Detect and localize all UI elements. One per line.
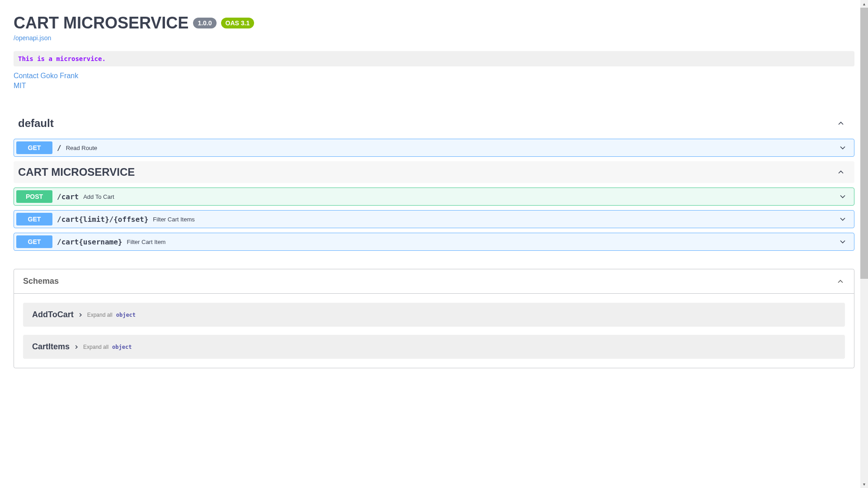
operation-get-filter-cart-items[interactable]: GET /cart{limit}/{offset} Filter Cart It… (14, 210, 854, 228)
tag-header-default[interactable]: default (14, 113, 854, 134)
operation-summary: Filter Cart Items (153, 216, 194, 223)
operation-get-read-route[interactable]: GET / Read Route (14, 139, 854, 157)
operation-left: POST /cart Add To Cart (16, 190, 114, 203)
operations-container: default GET / Read Route CART MICROSERVI… (14, 113, 854, 251)
vertical-scrollbar[interactable]: ▴ ▾ (860, 0, 868, 382)
method-badge: GET (16, 235, 52, 248)
method-badge: GET (16, 141, 52, 154)
chevron-right-icon (73, 344, 80, 350)
chevron-down-icon (838, 237, 847, 246)
schemas-body: AddToCart Expand all object CartItems Ex… (14, 293, 854, 368)
schema-addtocart[interactable]: AddToCart Expand all object (23, 303, 845, 327)
chevron-up-icon (836, 168, 845, 177)
chevron-right-icon (77, 312, 84, 318)
operation-path: /cart{limit}/{offset} (57, 215, 148, 224)
operation-summary: Filter Cart Item (127, 239, 166, 245)
operation-summary: Add To Cart (83, 193, 114, 200)
chevron-up-icon (836, 277, 845, 286)
spec-url-link[interactable]: /openapi.json (14, 34, 51, 42)
schemas-section: Schemas AddToCart Expand all object Cart… (14, 269, 854, 368)
chevron-down-icon (838, 143, 847, 152)
oas-badge: OAS 3.1 (221, 18, 255, 28)
tag-name: default (18, 117, 54, 130)
api-description: This is a microservice. (14, 51, 854, 66)
schema-type: object (116, 312, 136, 318)
operation-left: GET / Read Route (16, 141, 97, 154)
schemas-title: Schemas (23, 277, 59, 286)
tag-header-cart-microservice[interactable]: CART MICROSERVICE (14, 161, 854, 183)
operation-path: /cart (57, 192, 79, 201)
schema-cartitems[interactable]: CartItems Expand all object (23, 335, 845, 359)
expand-all-button[interactable]: Expand all (87, 312, 113, 318)
chevron-down-icon (838, 215, 847, 224)
contact-link[interactable]: Contact Goko Frank (14, 72, 854, 80)
schemas-header[interactable]: Schemas (14, 269, 854, 293)
method-badge: GET (16, 213, 52, 225)
tag-name: CART MICROSERVICE (18, 166, 135, 178)
operation-left: GET /cart{username} Filter Cart Item (16, 235, 165, 248)
method-badge: POST (16, 190, 52, 203)
description-text: This is a microservice. (18, 55, 106, 62)
schema-type: object (112, 344, 132, 350)
chevron-down-icon (838, 192, 847, 201)
expand-all-button[interactable]: Expand all (83, 344, 108, 350)
schema-name: CartItems (32, 342, 70, 352)
api-header: CART MICROSERVICE 1.0.0 OAS 3.1 /openapi… (14, 14, 854, 42)
version-badge: 1.0.0 (193, 18, 216, 28)
schema-name: AddToCart (32, 310, 74, 319)
operation-path: /cart{username} (57, 238, 123, 246)
operation-left: GET /cart{limit}/{offset} Filter Cart It… (16, 213, 195, 225)
operation-summary: Read Route (66, 145, 97, 151)
operation-get-filter-cart-item[interactable]: GET /cart{username} Filter Cart Item (14, 233, 854, 251)
title-row: CART MICROSERVICE 1.0.0 OAS 3.1 (14, 14, 854, 33)
scrollbar-thumb[interactable] (860, 8, 868, 279)
license-link[interactable]: MIT (14, 82, 854, 90)
operation-path: / (57, 144, 61, 152)
chevron-up-icon (836, 119, 845, 128)
scrollbar-up-arrow-icon[interactable]: ▴ (860, 0, 868, 8)
operation-post-add-to-cart[interactable]: POST /cart Add To Cart (14, 188, 854, 206)
api-title: CART MICROSERVICE (14, 14, 189, 33)
